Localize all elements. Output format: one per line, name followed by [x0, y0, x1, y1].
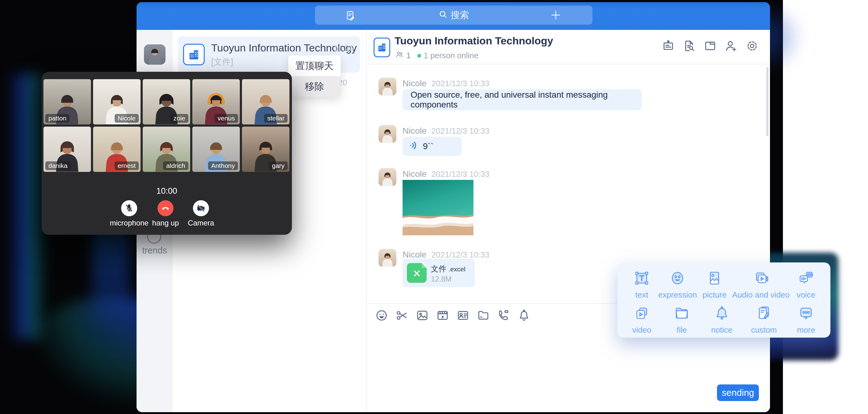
participant-name: stellar — [264, 114, 287, 123]
file-ext: .excel — [448, 265, 465, 273]
participant-name: Nicole — [115, 114, 139, 123]
popup-item-more[interactable]: more — [795, 305, 817, 335]
conversation-context-menu: 置顶聊天 移除 — [288, 56, 341, 97]
contact-card-icon[interactable] — [456, 309, 470, 322]
popup-item-text[interactable]: text — [631, 270, 653, 300]
message-meta: Nicole2021/12/3 10:33 — [403, 169, 490, 179]
members-icon — [395, 50, 404, 61]
conversation-time: 15:20 — [334, 44, 354, 53]
notice-board-icon[interactable] — [661, 39, 675, 53]
custom-icon — [755, 305, 772, 323]
sender-name: Nicole — [403, 78, 427, 88]
user-avatar[interactable] — [144, 44, 165, 65]
video-call-icon[interactable] — [497, 309, 510, 322]
camera-toggle-button[interactable] — [193, 200, 209, 216]
online-dot — [417, 54, 421, 58]
send-image-icon[interactable] — [415, 309, 429, 322]
member-count: 1 — [406, 51, 410, 60]
microphone-toggle-button[interactable] — [121, 200, 137, 216]
page: 搜索 trends — [0, 0, 868, 414]
sender-name: Nicole — [403, 250, 427, 259]
file-size: 12.8M — [431, 275, 452, 283]
message-time: 2021/12/3 10:33 — [432, 126, 490, 135]
hang-up-button[interactable] — [157, 200, 174, 216]
group-avatar-icon — [183, 44, 205, 65]
sender-avatar[interactable] — [378, 125, 396, 143]
file-name: 文件 — [431, 264, 446, 273]
popup-item-notice[interactable]: notice — [711, 305, 733, 335]
trends-label[interactable]: trends — [136, 246, 173, 256]
group-files-icon[interactable] — [704, 39, 717, 53]
sender-avatar[interactable] — [378, 77, 396, 95]
popup-item-voice[interactable]: voice — [795, 270, 817, 300]
sender-name: Nicole — [403, 169, 427, 179]
voice-message-bubble[interactable]: 9`` — [403, 137, 462, 156]
file-message-bubble[interactable]: ✕ 文件 .excel 12.8M — [403, 259, 475, 287]
settings-gear-icon[interactable] — [745, 39, 759, 53]
message-meta: Nicole2021/12/3 10:33 — [403, 126, 490, 136]
message-type-popup: text expression — [617, 262, 830, 338]
video-tile: Nicole — [93, 79, 141, 124]
chat-history-search-icon[interactable] — [682, 39, 696, 53]
microphone-label: microphone — [110, 219, 148, 227]
audio-video-icon — [753, 270, 769, 288]
video-tile: zoie — [143, 79, 190, 124]
video-tile: patton — [43, 79, 91, 124]
message-time: 2021/12/3 10:33 — [432, 79, 490, 88]
more-icon — [798, 305, 814, 323]
popup-item-expression[interactable]: expression — [658, 270, 697, 300]
add-icon[interactable] — [550, 9, 562, 22]
voice-duration: 9`` — [423, 141, 433, 151]
participant-name: zoie — [170, 114, 188, 123]
add-member-icon[interactable] — [724, 39, 738, 53]
menu-item-pin-chat[interactable]: 置顶聊天 — [288, 56, 341, 76]
chat-panel: Tuoyun Information Technology 1 1 person… — [367, 30, 770, 412]
expression-icon — [669, 270, 686, 288]
screenshot-scissors-icon[interactable] — [395, 309, 409, 322]
call-timer: 10:00 — [41, 186, 292, 196]
online-status: 1 person online — [424, 51, 478, 60]
sender-avatar[interactable] — [378, 249, 396, 267]
video-icon — [633, 305, 650, 323]
popup-item-file[interactable]: file — [671, 305, 692, 335]
sender-name: Nicole — [403, 126, 427, 135]
video-tile: danika — [43, 127, 91, 172]
send-file-icon[interactable] — [476, 309, 490, 322]
menu-item-remove[interactable]: 移除 — [288, 76, 341, 97]
participant-name: venus — [215, 114, 238, 123]
video-tiles: patton Nicole zoie venus stellar danik — [43, 79, 290, 172]
voice-wave-icon — [409, 140, 418, 153]
search-bar[interactable]: 搜索 — [315, 5, 592, 25]
background-glow — [9, 74, 45, 339]
scrollbar[interactable] — [766, 67, 769, 136]
text-message-bubble[interactable]: Open source, free, and universal instant… — [403, 89, 642, 110]
image-message[interactable] — [403, 180, 473, 235]
search-placeholder[interactable]: 搜索 — [451, 9, 469, 22]
popup-item-audio-video[interactable]: Audio and video — [732, 270, 789, 300]
top-bar: 搜索 — [136, 2, 770, 30]
participant-name: Anthony — [208, 161, 238, 170]
chat-header-actions — [661, 39, 759, 53]
send-video-icon[interactable] — [436, 309, 450, 322]
participant-name: aldrich — [163, 161, 188, 170]
emoji-icon[interactable] — [375, 309, 389, 322]
excel-file-icon: ✕ — [407, 263, 427, 283]
header-divider — [367, 64, 770, 64]
video-tile: gary — [242, 127, 289, 172]
notification-bell-icon[interactable] — [517, 309, 531, 322]
message-meta: Nicole2021/12/3 10:33 — [403, 250, 490, 260]
group-call-overlay: patton Nicole zoie venus stellar danik — [41, 72, 292, 235]
popup-item-custom[interactable]: custom — [751, 305, 777, 335]
chat-group-icon — [374, 38, 390, 57]
popup-item-picture[interactable]: picture — [703, 270, 726, 300]
send-button[interactable]: sending — [717, 384, 759, 401]
participant-name: gary — [269, 161, 287, 170]
video-tile: stellar — [242, 79, 289, 124]
participant-name: patton — [45, 114, 69, 123]
participant-name: danika — [45, 161, 70, 170]
popup-item-video[interactable]: video — [631, 305, 653, 335]
sender-avatar[interactable] — [378, 168, 396, 186]
video-tile: aldrich — [143, 127, 190, 172]
camera-label: Camera — [188, 219, 214, 227]
voice-icon — [798, 270, 814, 288]
